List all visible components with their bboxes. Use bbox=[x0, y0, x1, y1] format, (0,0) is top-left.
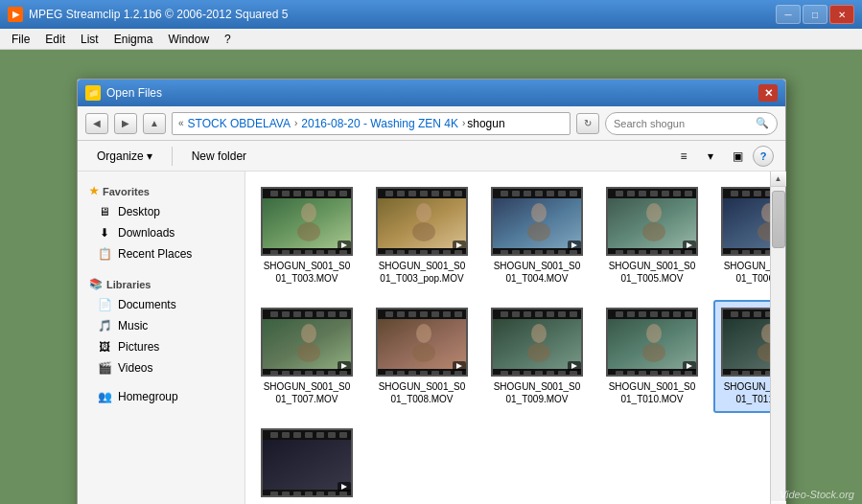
svg-rect-119 bbox=[305, 311, 313, 317]
file-item[interactable]: SHOGUN_S001_S001_T004.MOV bbox=[483, 179, 591, 292]
forward-button[interactable]: ▶ bbox=[114, 113, 137, 134]
sidebar-documents-label: Documents bbox=[118, 298, 176, 311]
open-files-dialog: 📁 Open Files ✕ ◀ ▶ ▲ « STOCK OBDELAVA › … bbox=[77, 79, 786, 504]
up-button[interactable]: ▲ bbox=[143, 113, 166, 134]
search-input[interactable] bbox=[614, 118, 752, 129]
file-item[interactable]: SHOGUN_S001_S001_T003_pop.MOV bbox=[368, 179, 476, 292]
sidebar-item-desktop[interactable]: 🖥 Desktop bbox=[78, 201, 245, 222]
file-item[interactable]: SHOGUN_S001_S001_T007.MOV bbox=[253, 300, 361, 413]
svg-rect-186 bbox=[650, 371, 658, 377]
sidebar-item-recent-places[interactable]: 📋 Recent Places bbox=[78, 243, 245, 264]
svg-rect-144 bbox=[431, 371, 439, 377]
breadcrumb-washing[interactable]: 2016-08-20 - Washing ZEN 4K bbox=[299, 117, 460, 130]
svg-rect-203 bbox=[742, 311, 750, 317]
svg-point-151 bbox=[412, 343, 435, 362]
minimize-button[interactable]: ─ bbox=[776, 5, 801, 24]
dialog-icon: 📁 bbox=[85, 85, 101, 101]
watermark: Video-Stock.org bbox=[780, 489, 854, 500]
svg-rect-33 bbox=[431, 191, 439, 196]
help-button[interactable]: ? bbox=[753, 146, 774, 167]
window-controls: ─ □ ✕ bbox=[776, 5, 854, 24]
sidebar-item-documents[interactable]: 📄 Documents bbox=[78, 294, 245, 315]
sidebar-item-videos[interactable]: 🎬 Videos bbox=[78, 357, 245, 378]
svg-rect-55 bbox=[547, 191, 554, 196]
svg-rect-165 bbox=[547, 311, 554, 317]
svg-rect-235 bbox=[339, 432, 347, 438]
scroll-up-button[interactable]: ▲ bbox=[771, 172, 786, 187]
dialog-title-left: 📁 Open Files bbox=[85, 85, 162, 101]
svg-rect-114 bbox=[270, 371, 278, 377]
new-folder-button[interactable]: New folder bbox=[184, 147, 254, 166]
file-name: SHOGUN_S001_S001_T010.MOV bbox=[606, 380, 698, 405]
file-item[interactable]: SHOGUN_S001_S001_T005.MOV bbox=[598, 179, 706, 292]
svg-rect-54 bbox=[535, 250, 543, 256]
svg-rect-73 bbox=[639, 191, 646, 196]
svg-point-41 bbox=[412, 222, 435, 241]
menu-enigma[interactable]: Enigma bbox=[108, 31, 159, 48]
maximize-button[interactable]: □ bbox=[803, 5, 827, 24]
svg-rect-170 bbox=[570, 371, 577, 377]
close-button[interactable]: ✕ bbox=[829, 5, 854, 24]
file-item[interactable]: SHOGUN_S001_S001_T003.MOV bbox=[253, 179, 361, 292]
svg-rect-32 bbox=[420, 250, 428, 256]
file-name: SHOGUN_S001_S001_T003_pop.MOV bbox=[376, 260, 468, 285]
organize-button[interactable]: Organize ▾ bbox=[89, 147, 160, 166]
svg-rect-76 bbox=[650, 250, 658, 256]
sidebar-item-downloads[interactable]: ⬇ Downloads bbox=[78, 222, 245, 243]
svg-rect-4 bbox=[270, 250, 278, 256]
file-name: SHOGUN_S001_S001_T003.MOV bbox=[261, 260, 353, 285]
svg-rect-167 bbox=[558, 311, 566, 317]
back-button[interactable]: ◀ bbox=[85, 113, 108, 134]
breadcrumb-bar: « STOCK OBDELAVA › 2016-08-20 - Washing … bbox=[172, 112, 571, 135]
file-item[interactable]: SHOGUN_S001_S001_T010.MOV bbox=[598, 300, 706, 413]
file-item[interactable]: SHOGUN_S001_S001_T009.MOV bbox=[483, 300, 591, 413]
sidebar-item-homegroup[interactable]: 👥 Homegroup bbox=[78, 386, 245, 407]
file-item[interactable]: SHOGUN_S001_S001_T006.MOV bbox=[713, 179, 770, 292]
breadcrumb-sep-2: › bbox=[462, 118, 465, 128]
favorites-star-icon: ★ bbox=[89, 185, 99, 197]
sidebar-pictures-label: Pictures bbox=[118, 340, 159, 354]
menu-list[interactable]: List bbox=[75, 31, 105, 48]
svg-rect-27 bbox=[397, 191, 405, 196]
svg-rect-158 bbox=[501, 371, 508, 377]
app-icon: ▶ bbox=[8, 7, 23, 22]
file-item[interactable]: SHOGUN_S001_S001_T011.MOV bbox=[713, 300, 770, 413]
app-window: ▶ MPEG Streamclip 1.2.1b6 © 2006-2012 Sq… bbox=[0, 0, 862, 504]
svg-rect-226 bbox=[282, 492, 290, 497]
breadcrumb-stock[interactable]: STOCK OBDELAVA bbox=[186, 117, 292, 130]
refresh-button[interactable]: ↻ bbox=[576, 113, 599, 134]
file-item[interactable] bbox=[253, 421, 361, 504]
desktop-icon: 🖥 bbox=[97, 204, 112, 219]
menu-help[interactable]: ? bbox=[219, 31, 237, 48]
svg-rect-80 bbox=[673, 250, 681, 256]
svg-rect-35 bbox=[443, 191, 451, 196]
view-details-button[interactable]: ≡ bbox=[672, 146, 695, 167]
view-dropdown-button[interactable]: ▾ bbox=[699, 146, 722, 167]
svg-rect-180 bbox=[616, 371, 623, 377]
svg-rect-74 bbox=[639, 250, 646, 256]
vertical-scrollbar[interactable]: ▲ ▼ bbox=[770, 172, 785, 504]
view-preview-button[interactable]: ▣ bbox=[726, 146, 749, 167]
sidebar-item-pictures[interactable]: 🖼 Pictures bbox=[78, 336, 245, 357]
menu-file[interactable]: File bbox=[6, 31, 35, 48]
recent-places-icon: 📋 bbox=[97, 246, 112, 262]
menu-edit[interactable]: Edit bbox=[39, 31, 71, 48]
svg-rect-206 bbox=[754, 371, 761, 377]
svg-rect-31 bbox=[420, 191, 428, 196]
svg-rect-182 bbox=[627, 371, 635, 377]
svg-rect-116 bbox=[282, 371, 290, 377]
svg-rect-11 bbox=[316, 191, 324, 196]
scroll-thumb[interactable] bbox=[772, 191, 785, 248]
svg-rect-121 bbox=[316, 311, 324, 317]
svg-rect-191 bbox=[685, 311, 692, 317]
search-box: 🔍 bbox=[605, 112, 778, 135]
menu-window[interactable]: Window bbox=[162, 31, 215, 48]
svg-rect-28 bbox=[397, 250, 405, 256]
svg-rect-164 bbox=[535, 371, 543, 377]
svg-rect-184 bbox=[639, 371, 646, 377]
dialog-close-button[interactable]: ✕ bbox=[758, 84, 778, 102]
sidebar-item-music[interactable]: 🎵 Music bbox=[78, 315, 245, 336]
file-item[interactable]: SHOGUN_S001_S001_T008.MOV bbox=[368, 300, 476, 413]
svg-rect-185 bbox=[650, 311, 658, 317]
sidebar-desktop-label: Desktop bbox=[118, 205, 160, 218]
